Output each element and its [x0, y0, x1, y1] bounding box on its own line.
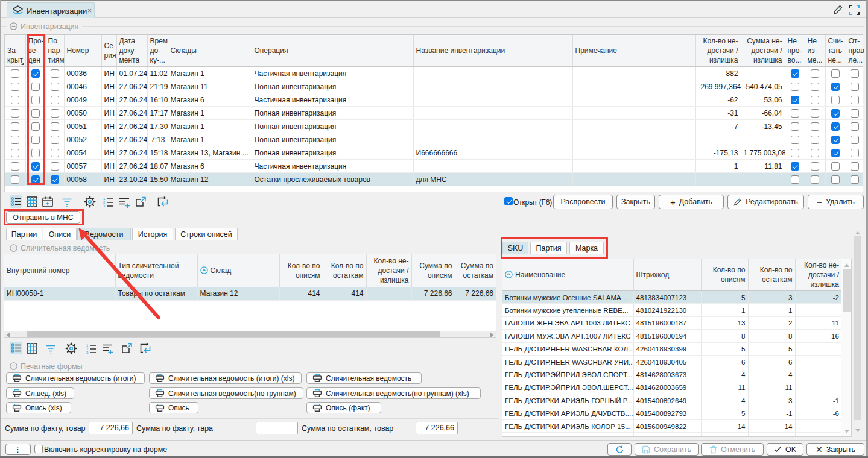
svg-text:3: 3 [86, 351, 89, 354]
svg-text:3: 3 [103, 204, 106, 208]
